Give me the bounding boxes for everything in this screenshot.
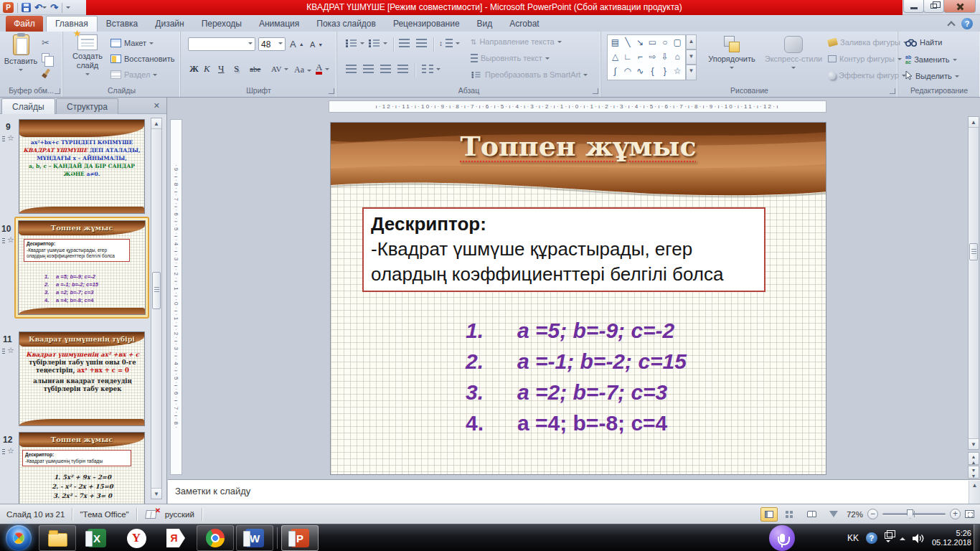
descriptor-textbox[interactable]: Дескриптор: -Квадрат үшмүше құрастырады,… xyxy=(362,207,765,292)
tab-review[interactable]: Рецензирование xyxy=(385,16,468,32)
shapes-more-button[interactable]: ▼ xyxy=(686,65,697,80)
replace-button[interactable]: abac Заменить xyxy=(905,55,957,65)
convert-smartart-button[interactable]: Преобразовать в SmartArt xyxy=(471,70,588,79)
taskbar-chrome-button[interactable] xyxy=(197,525,234,551)
zoom-level[interactable]: 72% xyxy=(847,510,863,519)
task-list[interactable]: 1.a =5; b=-9; c=-2 2.a =-1; b=-2; c=15 3… xyxy=(466,315,687,438)
reading-view-button[interactable] xyxy=(804,507,821,522)
copy-button[interactable] xyxy=(42,53,50,62)
notes-pane[interactable]: Заметки к слайду ▲▼ xyxy=(168,479,980,504)
align-center-button[interactable] xyxy=(363,65,374,73)
shape-icon[interactable]: ◠ xyxy=(621,65,633,78)
dialog-launcher-icon[interactable] xyxy=(329,88,334,94)
align-right-button[interactable] xyxy=(380,65,391,73)
slide-10-thumbnail-selected[interactable]: Топпен жұмыс Дескриптор: -Квадрат үшмүше… xyxy=(14,217,149,319)
scroll-up-icon[interactable]: ▲ xyxy=(151,118,161,129)
volume-icon[interactable] xyxy=(913,534,925,543)
horizontal-ruler[interactable]: ı·12·ı·11·ı·10·ı·9·ı·8·ı·7·ı·6·ı·5·ı·4·ı… xyxy=(329,100,826,113)
zoom-slider[interactable] xyxy=(882,513,946,515)
line-spacing-button[interactable]: ↕ xyxy=(439,39,460,47)
slide-title[interactable]: Топпен жұмыс xyxy=(331,130,826,162)
microphone-button[interactable] xyxy=(769,525,795,551)
shape-icon[interactable]: ∫ xyxy=(609,65,621,78)
shapes-gallery[interactable]: ▤ ╲ ↘ ▭ ○ ▢ △ ∟ ⌐ ⇨ ⇩ ⌂ ∫ ◠ ∿ { } ☆ xyxy=(607,34,686,80)
taskbar-yandex-button[interactable]: Y xyxy=(118,525,155,551)
close-button[interactable] xyxy=(943,0,976,13)
arrange-button[interactable]: Упорядочить xyxy=(703,36,760,71)
fit-to-window-button[interactable] xyxy=(965,510,974,518)
tab-insert[interactable]: Вставка xyxy=(98,16,147,32)
format-painter-button[interactable] xyxy=(42,69,51,78)
shape-fill-button[interactable]: Заливка фигуры xyxy=(828,38,908,47)
new-slide-button[interactable]: Создать слайд xyxy=(67,34,108,77)
font-size-combo[interactable]: 48 xyxy=(258,37,286,51)
theme-name[interactable]: "Тема Office" xyxy=(80,510,128,519)
start-button[interactable] xyxy=(6,525,32,551)
minimize-ribbon-icon[interactable] xyxy=(947,21,955,29)
tab-slides-thumbnails[interactable]: Слайды xyxy=(1,98,55,114)
slide-11-thumbnail[interactable]: Квадрат үшмүшенің түбірі Квадрат үшмүшен… xyxy=(19,331,145,426)
find-button[interactable]: Найти xyxy=(905,38,942,47)
powerpoint-app-icon[interactable]: P xyxy=(3,2,14,13)
shape-icon[interactable]: ☆ xyxy=(672,65,684,78)
tab-slideshow[interactable]: Показ слайдов xyxy=(308,16,385,32)
spellcheck-icon[interactable] xyxy=(145,510,157,519)
grow-font-button[interactable]: А▲ xyxy=(290,39,304,50)
shape-icon[interactable]: ⇨ xyxy=(646,50,659,64)
tab-design[interactable]: Дизайн xyxy=(146,16,192,32)
tray-help-icon[interactable]: ? xyxy=(866,532,877,544)
slide-sorter-button[interactable] xyxy=(782,507,799,522)
quick-styles-button[interactable]: Экспресс-стили xyxy=(763,36,824,71)
taskbar-excel-button[interactable]: X xyxy=(78,525,116,551)
notes-scrollbar[interactable]: ▲▼ xyxy=(969,481,980,504)
bold-button[interactable]: Ж xyxy=(189,63,199,75)
shape-icon[interactable]: ∿ xyxy=(634,65,646,78)
font-name-combo[interactable] xyxy=(188,37,255,51)
change-case-button[interactable]: Aa xyxy=(294,65,311,75)
shrink-font-button[interactable]: А▼ xyxy=(310,40,323,49)
layout-button[interactable]: Макет xyxy=(110,39,154,47)
close-panel-button[interactable]: ✕ xyxy=(151,100,162,110)
shape-icon[interactable]: ╲ xyxy=(621,36,633,50)
taskbar-explorer-button[interactable] xyxy=(39,525,76,551)
shapes-scroll-down[interactable]: ▼ xyxy=(686,50,697,65)
tab-outline[interactable]: Структура xyxy=(56,98,118,114)
italic-button[interactable]: К xyxy=(204,63,210,75)
shape-effects-button[interactable]: Эффекты фигур xyxy=(828,71,906,80)
text-direction-button[interactable]: ⇅Направление текста xyxy=(471,37,562,46)
scroll-down-icon[interactable]: ▼ xyxy=(969,438,979,449)
reset-button[interactable]: Восстановить xyxy=(110,55,174,63)
justify-button[interactable] xyxy=(397,65,408,73)
slide-scrollbar[interactable]: ▲ ▼ xyxy=(968,116,979,450)
language-indicator[interactable]: русский xyxy=(165,510,194,519)
bullets-button[interactable] xyxy=(346,39,364,47)
shape-outline-button[interactable]: Контур фигуры xyxy=(828,55,902,63)
help-icon[interactable]: ? xyxy=(961,18,973,29)
vertical-ruler[interactable]: ·9·ı·8·ı·7·ı·6·ı·5·ı·4·ı·3·ı·2·ı·1·ı·0·ı… xyxy=(170,119,182,475)
dialog-launcher-icon[interactable] xyxy=(593,88,598,94)
scrollbar-thumb[interactable] xyxy=(152,272,161,309)
font-color-button[interactable]: А xyxy=(316,63,329,75)
strikethrough-button[interactable]: abe xyxy=(250,65,260,73)
align-left-button[interactable] xyxy=(346,65,357,73)
shape-icon[interactable]: ∟ xyxy=(621,50,633,64)
restore-button[interactable] xyxy=(923,0,944,13)
tab-animation[interactable]: Анимация xyxy=(250,16,308,32)
tab-view[interactable]: Вид xyxy=(468,16,501,32)
paste-button[interactable]: Вставить xyxy=(4,34,37,73)
minimize-button[interactable] xyxy=(903,0,924,13)
shape-icon[interactable]: ⇩ xyxy=(659,50,671,64)
tab-acrobat[interactable]: Acrobat xyxy=(501,16,547,32)
dialog-launcher-icon[interactable] xyxy=(55,88,60,94)
scroll-down-icon[interactable]: ▼ xyxy=(151,488,161,499)
slideshow-button[interactable] xyxy=(825,507,842,522)
shape-icon[interactable]: } xyxy=(659,65,671,78)
zoom-out-button[interactable]: − xyxy=(867,509,878,519)
show-desktop-button[interactable] xyxy=(974,524,980,551)
slide-12-thumbnail[interactable]: Топпен жұмыс Дескриптор: -Квадрат үшмүше… xyxy=(19,432,145,504)
character-spacing-button[interactable]: AV xyxy=(271,65,288,73)
customize-qat-button[interactable] xyxy=(66,6,70,11)
slides-panel-scrollbar[interactable]: ▲ ▼ xyxy=(151,118,162,499)
taskbar-powerpoint-button[interactable]: P xyxy=(281,525,319,551)
cut-button[interactable]: ✂ xyxy=(42,37,50,48)
